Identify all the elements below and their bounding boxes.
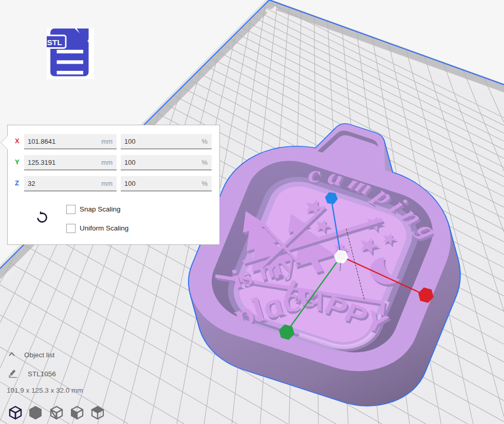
svg-text:STL: STL [47, 38, 62, 47]
